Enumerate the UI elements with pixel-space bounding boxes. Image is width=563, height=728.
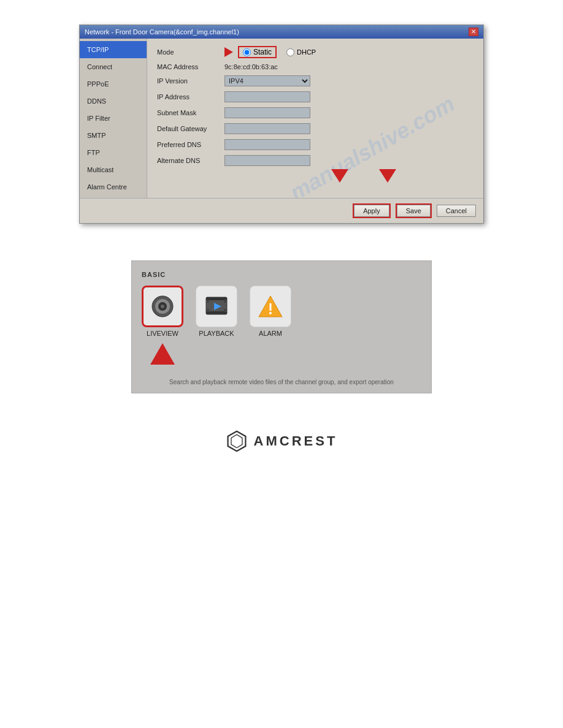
apply-button-wrapper: Apply [353, 203, 391, 218]
svg-rect-7 [206, 300, 209, 303]
network-dialog: Network - Front Door Camera(&conf_img.ch… [79, 25, 484, 224]
arrow-highlight: Static [224, 46, 277, 58]
svg-rect-9 [206, 309, 209, 312]
static-radio[interactable] [243, 48, 251, 56]
sidebar-item-connect[interactable]: Connect [80, 58, 147, 75]
liveview-up-arrow-container [150, 343, 175, 366]
mac-value: 9c:8e:cd:0b:63:ac [224, 63, 278, 70]
red-arrow-right-icon [224, 47, 233, 57]
sidebar-item-tcpip[interactable]: TCP/IP [80, 41, 147, 58]
playback-item[interactable]: PLAYBACK [196, 286, 237, 337]
footer-arrows [331, 169, 396, 183]
dhcp-label: DHCP [297, 48, 316, 56]
dhcp-radio-option[interactable]: DHCP [286, 48, 316, 56]
liveview-column: LIVEVIEW [142, 286, 183, 366]
mode-options: Static DHCP [224, 46, 316, 58]
default-gateway-label: Default Gateway [157, 125, 224, 132]
svg-rect-13 [270, 303, 272, 311]
dialog-titlebar: Network - Front Door Camera(&conf_img.ch… [80, 25, 483, 39]
panel-icons-row: LIVEVIEW [142, 286, 421, 366]
mac-row: MAC Address 9c:8e:cd:0b:63:ac [157, 63, 473, 70]
svg-marker-16 [231, 434, 242, 448]
save-button[interactable]: Save [397, 205, 431, 217]
liveview-label: LIVEVIEW [147, 330, 178, 337]
svg-rect-5 [206, 297, 227, 300]
preferred-dns-label: Preferred DNS [157, 141, 224, 148]
alternate-dns-label: Alternate DNS [157, 157, 224, 164]
subnet-mask-row: Subnet Mask 255.0.0.0 [157, 107, 473, 118]
svg-rect-8 [224, 300, 227, 303]
dialog-footer: Apply Save Cancel [80, 198, 483, 223]
liveview-item[interactable]: LIVEVIEW [142, 286, 183, 337]
dialog-main-content: Mode Static DHCP [147, 39, 483, 198]
basic-panel: BASIC LIVEVIEW [131, 260, 432, 393]
amcrest-logo-icon [226, 430, 248, 452]
alternate-dns-input[interactable]: 75.75.75.75 [224, 155, 310, 166]
liveview-icon-box [142, 286, 183, 327]
alarm-icon-box [250, 286, 291, 327]
ip-address-row: IP Address 10.0.27.213 [157, 91, 473, 102]
preferred-dns-row: Preferred DNS 8.8.8.8 [157, 139, 473, 150]
preferred-dns-input[interactable]: 8.8.8.8 [224, 139, 310, 150]
ip-address-label: IP Address [157, 93, 224, 100]
default-gateway-input[interactable]: 10.0.0.1 [224, 123, 310, 134]
static-radio-box[interactable]: Static [238, 46, 277, 58]
svg-point-14 [269, 312, 272, 314]
static-label: Static [253, 48, 272, 56]
playback-label: PLAYBACK [199, 330, 234, 337]
sidebar-item-pppoe[interactable]: PPPoE [80, 75, 147, 93]
alarm-label: ALARM [259, 330, 282, 337]
svg-point-3 [161, 305, 164, 308]
sidebar-item-multicast[interactable]: Multicast [80, 161, 147, 178]
svg-rect-10 [224, 309, 227, 312]
sidebar-item-ddns[interactable]: DDNS [80, 93, 147, 110]
save-button-wrapper: Save [396, 203, 432, 218]
apply-button[interactable]: Apply [354, 205, 389, 217]
alarm-warning-icon [258, 294, 283, 319]
ip-version-label: IP Version [157, 77, 224, 85]
subnet-mask-input[interactable]: 255.0.0.0 [224, 107, 310, 118]
alarm-item[interactable]: ALARM [250, 286, 291, 337]
liveview-camera-icon [150, 294, 175, 319]
close-button[interactable]: ✕ [469, 28, 478, 36]
apply-arrow-down-icon [331, 169, 348, 183]
playback-film-icon [204, 294, 229, 319]
mode-label: Mode [157, 48, 224, 56]
sidebar-item-alarmcentre[interactable]: Alarm Centre [80, 178, 147, 195]
amcrest-logo: AMCREST [226, 430, 338, 452]
panel-description: Search and playback remote video files o… [142, 376, 421, 385]
panel-title: BASIC [142, 271, 421, 278]
dhcp-radio[interactable] [286, 48, 294, 56]
ip-address-input[interactable]: 10.0.27.213 [224, 91, 310, 102]
dialog-sidebar: TCP/IP Connect PPPoE DDNS IP Filter SMTP… [80, 39, 147, 198]
sidebar-item-ftp[interactable]: FTP [80, 144, 147, 161]
mode-row: Mode Static DHCP [157, 46, 473, 58]
default-gateway-row: Default Gateway 10.0.0.1 [157, 123, 473, 134]
liveview-up-arrow-icon [150, 343, 175, 365]
ip-version-row: IP Version IPV4 IPV6 [157, 75, 473, 86]
dialog-body: TCP/IP Connect PPPoE DDNS IP Filter SMTP… [80, 39, 483, 198]
subnet-mask-label: Subnet Mask [157, 109, 224, 116]
amcrest-text: AMCREST [254, 433, 338, 449]
ip-version-select[interactable]: IPV4 IPV6 [224, 75, 310, 86]
sidebar-item-smtp[interactable]: SMTP [80, 127, 147, 144]
sidebar-item-ipfilter[interactable]: IP Filter [80, 110, 147, 127]
mac-label: MAC Address [157, 63, 224, 70]
playback-icon-box [196, 286, 237, 327]
svg-rect-6 [206, 311, 227, 314]
save-arrow-down-icon [379, 169, 396, 183]
dialog-title: Network - Front Door Camera(&conf_img.ch… [85, 28, 239, 36]
alternate-dns-row: Alternate DNS 75.75.75.75 [157, 155, 473, 166]
cancel-button[interactable]: Cancel [437, 205, 476, 217]
